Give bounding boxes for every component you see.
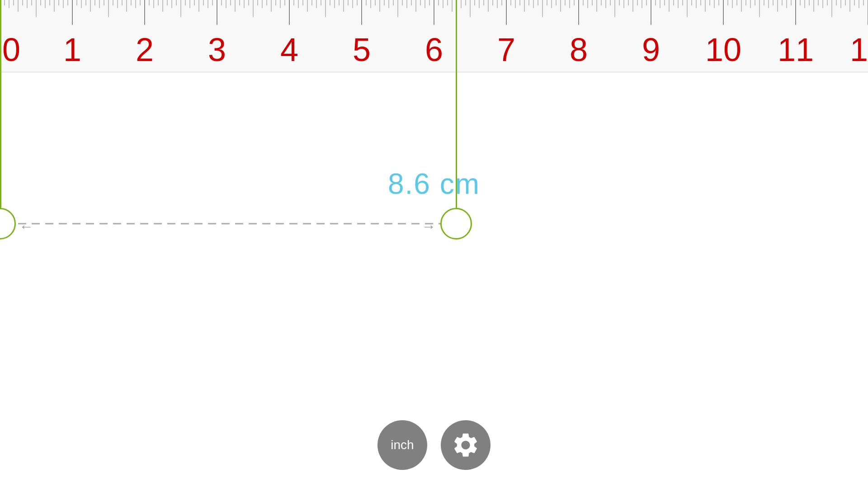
- dashed-line: [0, 210, 479, 237]
- inch-button-label: inch: [391, 438, 414, 452]
- svg-text:0: 0: [2, 32, 20, 68]
- svg-text:9: 9: [642, 32, 660, 68]
- svg-text:1: 1: [63, 32, 81, 68]
- gear-icon: [451, 431, 480, 460]
- inch-button[interactable]: inch: [377, 420, 427, 470]
- ruler: 0123456789101112: [0, 0, 868, 72]
- arrow-right-icon: →: [421, 218, 436, 235]
- svg-text:6: 6: [425, 32, 443, 68]
- arrow-left-icon: ←: [19, 218, 33, 235]
- right-endpoint-circle[interactable]: [440, 208, 472, 239]
- svg-text:7: 7: [497, 32, 515, 68]
- svg-text:8: 8: [570, 32, 588, 68]
- svg-text:10: 10: [705, 32, 741, 68]
- svg-text:12: 12: [850, 32, 868, 68]
- svg-text:2: 2: [136, 32, 154, 68]
- settings-button[interactable]: [441, 420, 491, 470]
- svg-text:5: 5: [353, 32, 371, 68]
- svg-text:11: 11: [778, 32, 814, 68]
- svg-text:4: 4: [280, 32, 298, 68]
- bottom-controls: inch: [0, 420, 868, 470]
- measurement-value: 8.6 cm: [0, 167, 868, 201]
- svg-text:3: 3: [208, 32, 226, 68]
